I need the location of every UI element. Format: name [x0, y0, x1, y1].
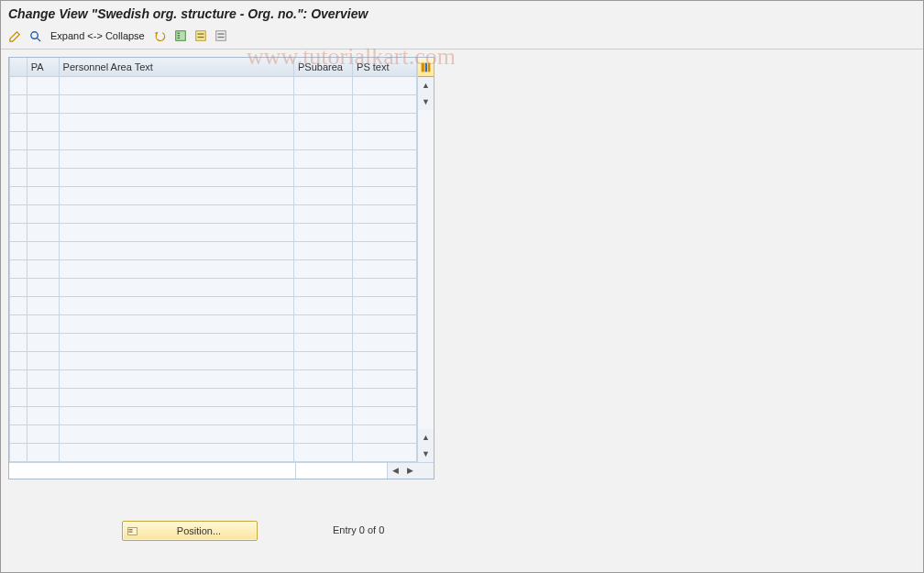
cell[interactable] — [59, 241, 293, 259]
cell[interactable] — [353, 76, 417, 94]
table-row[interactable] — [10, 94, 417, 113]
row-selector[interactable] — [10, 204, 28, 223]
cell[interactable] — [293, 424, 352, 443]
expand-collapse-button[interactable]: Expand <-> Collapse — [47, 30, 148, 41]
row-selector[interactable] — [10, 168, 28, 186]
cell[interactable] — [293, 186, 352, 204]
cell[interactable] — [353, 296, 417, 314]
cell[interactable] — [353, 333, 417, 351]
table-row[interactable] — [10, 186, 417, 204]
cell[interactable] — [353, 149, 417, 168]
scroll-left-icon[interactable]: ◀ — [388, 466, 402, 475]
cell[interactable] — [293, 223, 352, 241]
col-header-patext[interactable]: Personnel Area Text — [59, 58, 293, 76]
cell[interactable] — [353, 369, 417, 388]
cell[interactable] — [59, 131, 293, 149]
row-selector[interactable] — [10, 94, 28, 113]
scroll-right-icon[interactable]: ▶ — [402, 466, 417, 475]
row-selector[interactable] — [10, 388, 28, 406]
cell[interactable] — [27, 186, 59, 204]
undo-icon[interactable] — [152, 28, 169, 44]
row-selector[interactable] — [10, 131, 28, 149]
row-selector[interactable] — [10, 351, 28, 369]
cell[interactable] — [353, 131, 417, 149]
cell[interactable] — [59, 443, 293, 461]
cell[interactable] — [293, 333, 352, 351]
table-row[interactable] — [10, 76, 417, 94]
cell[interactable] — [59, 296, 293, 314]
col-header-pa[interactable]: PA — [27, 58, 59, 76]
cell[interactable] — [293, 278, 352, 296]
table-row[interactable] — [10, 296, 417, 314]
row-selector[interactable] — [10, 259, 28, 278]
toggle-edit-icon[interactable] — [6, 28, 23, 44]
cell[interactable] — [353, 94, 417, 113]
table-row[interactable] — [10, 333, 417, 351]
cell[interactable] — [59, 369, 293, 388]
cell[interactable] — [353, 351, 417, 369]
cell[interactable] — [293, 259, 352, 278]
col-header-pstext[interactable]: PS text — [353, 58, 417, 76]
cell[interactable] — [353, 424, 417, 443]
details-icon[interactable] — [27, 28, 43, 44]
cell[interactable] — [59, 388, 293, 406]
cell[interactable] — [27, 241, 59, 259]
cell[interactable] — [293, 241, 352, 259]
position-button[interactable]: Position... — [122, 521, 258, 541]
cell[interactable] — [59, 168, 293, 186]
cell[interactable] — [27, 204, 59, 223]
cell[interactable] — [293, 351, 352, 369]
cell[interactable] — [59, 424, 293, 443]
cell[interactable] — [59, 149, 293, 168]
scroll-up-small-icon[interactable]: ▲ — [418, 429, 434, 446]
cell[interactable] — [293, 204, 352, 223]
table-row[interactable] — [10, 406, 417, 424]
cell[interactable] — [293, 314, 352, 333]
cell[interactable] — [27, 168, 59, 186]
cell[interactable] — [59, 333, 293, 351]
table-row[interactable] — [10, 259, 417, 278]
cell[interactable] — [27, 76, 59, 94]
cell[interactable] — [59, 204, 293, 223]
row-selector[interactable] — [10, 113, 28, 131]
cell[interactable] — [293, 149, 352, 168]
table-row[interactable] — [10, 204, 417, 223]
table-row[interactable] — [10, 388, 417, 406]
cell[interactable] — [293, 168, 352, 186]
row-selector[interactable] — [10, 76, 28, 94]
table-row[interactable] — [10, 278, 417, 296]
cell[interactable] — [293, 443, 352, 461]
cell[interactable] — [293, 131, 352, 149]
hscroll-track[interactable] — [296, 463, 388, 479]
cell[interactable] — [27, 351, 59, 369]
cell[interactable] — [353, 204, 417, 223]
cell[interactable] — [353, 168, 417, 186]
cell[interactable] — [353, 388, 417, 406]
table-row[interactable] — [10, 443, 417, 461]
table-row[interactable] — [10, 314, 417, 333]
table-row[interactable] — [10, 424, 417, 443]
row-selector[interactable] — [10, 223, 28, 241]
table-row[interactable] — [10, 223, 417, 241]
cell[interactable] — [293, 113, 352, 131]
cell[interactable] — [293, 406, 352, 424]
cell[interactable] — [27, 388, 59, 406]
cell[interactable] — [293, 296, 352, 314]
row-selector[interactable] — [10, 369, 28, 388]
cell[interactable] — [293, 94, 352, 113]
scroll-up-icon[interactable]: ▲ — [418, 77, 434, 94]
cell[interactable] — [27, 333, 59, 351]
col-header-psubarea[interactable]: PSubarea — [293, 58, 352, 76]
cell[interactable] — [353, 259, 417, 278]
cell[interactable] — [27, 406, 59, 424]
cell[interactable] — [27, 113, 59, 131]
table-row[interactable] — [10, 351, 417, 369]
cell[interactable] — [353, 443, 417, 461]
cell[interactable] — [27, 296, 59, 314]
cell[interactable] — [59, 94, 293, 113]
cell[interactable] — [353, 241, 417, 259]
table-row[interactable] — [10, 168, 417, 186]
cell[interactable] — [27, 131, 59, 149]
cell[interactable] — [353, 406, 417, 424]
vertical-scroll-track[interactable] — [418, 110, 434, 429]
